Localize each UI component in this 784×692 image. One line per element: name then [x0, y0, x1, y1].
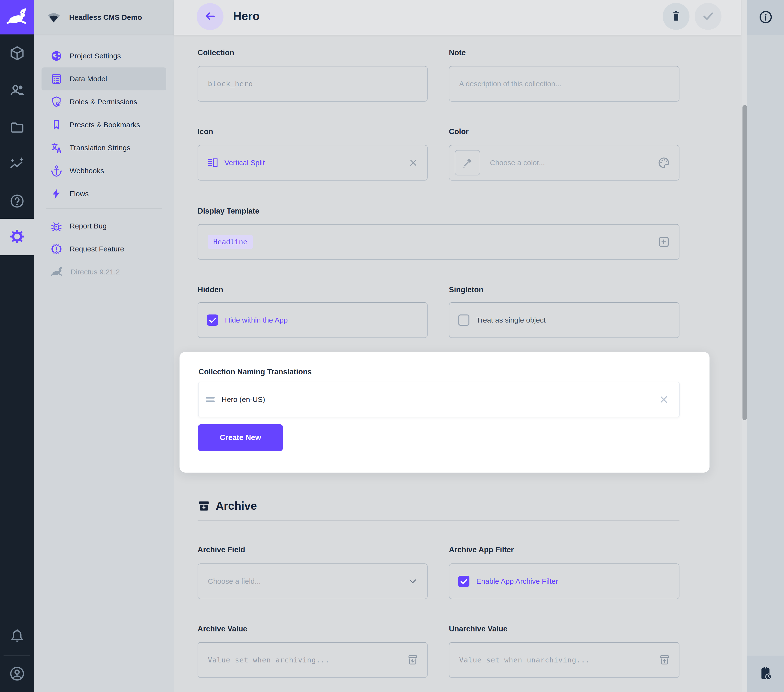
template-chip[interactable]: Headline — [208, 235, 253, 249]
notifications-button[interactable] — [0, 618, 34, 655]
info-sidebar-button[interactable] — [747, 0, 784, 35]
translation-row[interactable]: Hero (en-US) — [198, 382, 680, 417]
note-field-label: Note — [449, 48, 679, 57]
palette-icon — [657, 156, 670, 169]
module-insights-button[interactable] — [0, 147, 34, 183]
chevron-down-icon — [407, 576, 418, 587]
version-label: Directus 9.21.2 — [71, 268, 120, 276]
sidebar-item-label: Request Feature — [69, 245, 124, 253]
sidebar-item-flows[interactable]: Flows — [34, 182, 174, 205]
account-button[interactable] — [0, 656, 34, 692]
folder-icon — [10, 120, 25, 136]
account-circle-icon — [9, 666, 25, 683]
translation-row-label: Hero (en-US) — [222, 395, 265, 404]
unarchive-value-label: Unarchive Value — [449, 624, 679, 633]
create-new-button[interactable]: Create New — [198, 424, 283, 451]
archive-app-filter-field[interactable]: Enable App Archive Filter — [449, 563, 679, 599]
translate-icon — [51, 142, 62, 154]
clipboard-clock-icon — [758, 666, 773, 682]
sidebar-item-data-model[interactable]: Data Model — [34, 68, 174, 91]
checkbox-unchecked-icon[interactable] — [458, 314, 469, 326]
translations-card-label: Collection Naming Translations — [199, 368, 312, 376]
module-docs-button[interactable] — [0, 183, 34, 220]
collection-naming-translations-card: Collection Naming Translations Hero (en-… — [180, 352, 710, 472]
sidebar-item-report-bug[interactable]: Report Bug — [34, 215, 174, 238]
unarchive-value-input[interactable] — [449, 642, 679, 678]
add-box-icon[interactable] — [657, 236, 670, 248]
checkbox-checked-icon[interactable] — [207, 314, 218, 326]
hidden-checkbox-field[interactable]: Hide within the App — [198, 302, 428, 338]
insights-icon — [9, 157, 25, 173]
singleton-checkbox-label: Treat as single object — [476, 316, 546, 324]
archive-divider — [198, 520, 679, 521]
gear-icon — [9, 229, 25, 245]
app-window: Headless CMS Demo Project Settings Data … — [0, 0, 784, 692]
eyedropper-icon — [461, 156, 474, 169]
sidebar-item-presets-bookmarks[interactable]: Presets & Bookmarks — [34, 113, 174, 136]
module-bar — [0, 0, 34, 692]
sidebar-item-label: Flows — [69, 190, 89, 198]
project-name: Headless CMS Demo — [69, 13, 142, 21]
collection-input — [198, 66, 428, 102]
module-files-button[interactable] — [0, 110, 34, 147]
sidebar-item-project-settings[interactable]: Project Settings — [34, 45, 174, 68]
singleton-checkbox-field[interactable]: Treat as single object — [449, 302, 679, 338]
scrollbar-thumb[interactable] — [743, 105, 747, 420]
right-sidebar — [747, 0, 784, 692]
note-input-field[interactable] — [450, 80, 679, 88]
color-placeholder: Choose a color... — [490, 159, 545, 167]
close-icon[interactable] — [658, 394, 669, 405]
page-title: Hero — [233, 9, 260, 23]
data-model-icon — [51, 73, 62, 85]
sidebar-item-label: Report Bug — [69, 222, 107, 230]
bell-icon — [10, 629, 25, 645]
sidebar-item-translation-strings[interactable]: Translation Strings — [34, 136, 174, 159]
drag-handle-icon[interactable] — [206, 397, 215, 402]
archive-value-input[interactable] — [198, 642, 428, 678]
bolt-icon — [51, 188, 62, 200]
people-icon — [9, 82, 25, 99]
main-content: Hero Collection Note Icon Color Vertical… — [174, 0, 741, 692]
save-button[interactable] — [695, 3, 721, 30]
display-template-field[interactable]: Headline — [198, 224, 679, 260]
sidebar-item-label: Data Model — [69, 75, 107, 83]
singleton-field-label: Singleton — [449, 286, 679, 294]
note-input[interactable] — [449, 66, 679, 102]
icon-select[interactable]: Vertical Split — [198, 145, 428, 180]
hidden-field-label: Hidden — [198, 286, 428, 294]
module-users-button[interactable] — [0, 72, 34, 109]
archive-value-field[interactable] — [198, 656, 427, 664]
sidebar-divider — [46, 208, 162, 209]
activity-sidebar-button[interactable] — [747, 656, 784, 692]
hidden-checkbox-label: Hide within the App — [225, 316, 288, 324]
icon-select-value: Vertical Split — [224, 159, 265, 167]
back-button[interactable] — [197, 3, 224, 30]
sidebar-item-webhooks[interactable]: Webhooks — [34, 159, 174, 182]
project-header[interactable]: Headless CMS Demo — [34, 0, 174, 35]
sidebar-version: Directus 9.21.2 — [34, 261, 174, 284]
color-picker-field[interactable]: Choose a color... — [449, 145, 679, 180]
delete-collection-button[interactable] — [663, 3, 690, 30]
archive-field-select[interactable]: Choose a field... — [198, 563, 428, 599]
directus-logo[interactable] — [0, 0, 34, 35]
info-icon — [759, 10, 773, 25]
sidebar-item-roles-permissions[interactable]: Roles & Permissions — [34, 91, 174, 113]
icon-field-label: Icon — [198, 127, 428, 136]
checkbox-checked-icon[interactable] — [458, 576, 469, 587]
module-content-button[interactable] — [0, 35, 34, 72]
settings-sidebar: Headless CMS Demo Project Settings Data … — [34, 0, 174, 692]
arrow-left-icon — [204, 10, 216, 23]
directus-rabbit-icon — [6, 6, 28, 28]
trash-icon — [670, 10, 682, 23]
archive-section-heading: Archive — [198, 499, 257, 512]
close-icon[interactable] — [408, 158, 418, 168]
unarchive-value-field[interactable] — [450, 656, 679, 664]
module-settings-button[interactable] — [0, 219, 34, 255]
collection-field-label: Collection — [198, 48, 428, 57]
cube-icon — [9, 45, 25, 62]
feature-burst-icon — [51, 243, 62, 255]
eyedropper-button[interactable] — [455, 150, 480, 175]
archive-icon — [198, 499, 210, 512]
check-icon — [701, 9, 715, 24]
sidebar-item-request-feature[interactable]: Request Feature — [34, 238, 174, 261]
